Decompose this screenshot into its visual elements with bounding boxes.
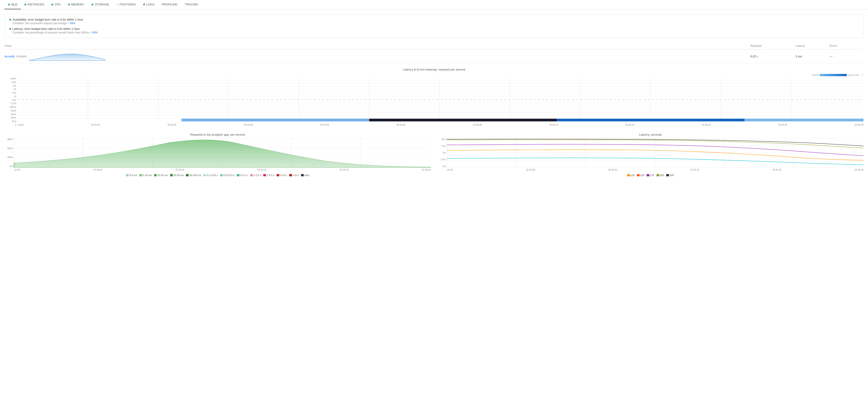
y-5ms: 5ms — [4, 120, 16, 123]
legend-color-p99 — [666, 174, 669, 176]
x-023440: 02:34:40 — [91, 124, 100, 126]
client-link[interactable]: ferretdb — [4, 55, 15, 58]
nav-tab-dot-cpu — [51, 4, 53, 5]
y-0m-req: 0m — [4, 165, 13, 167]
slo-panel: Availability: error budget burn rate is … — [4, 14, 864, 38]
requests-legend: 0-5 ms 5-10 ms 10-25 ms 25-50 ms 50-100 … — [4, 174, 431, 177]
heatmap-x-axis: Jul 03 02:34:40 02:34:45 02:34:50 02:34:… — [18, 124, 864, 126]
legend-0p5-1s: 0.5-1 s — [237, 174, 248, 177]
y-5m: 5m — [437, 152, 446, 154]
legend-total: total — [301, 174, 309, 177]
legend-min: 0.07/s — [812, 74, 819, 76]
legend-color-p50 — [637, 174, 640, 176]
y-0m-lat: 0m — [437, 165, 446, 167]
slo-availability: Availability: error budget burn rate is … — [9, 18, 859, 25]
requests-chart-area: 300m 200m 100m 0m — [4, 138, 431, 172]
y-gt10s: >10s — [4, 81, 16, 84]
nav-tab-label-memory: MEMORY — [71, 3, 84, 6]
rx-023510: 02:35:10 — [257, 169, 267, 171]
svg-rect-26 — [557, 119, 745, 121]
legend-color-5-10s — [277, 174, 279, 176]
y-10m: 10m — [437, 138, 446, 140]
heatmap-settings-icon[interactable]: ⬡ — [861, 73, 864, 76]
nav-tab-memory[interactable]: MEMORY — [64, 0, 88, 9]
legend-color-0p25-0p5s — [220, 174, 223, 176]
lx-023520: 02:35:20 — [773, 169, 781, 171]
latency-y-axis: 10m 7.5m 5m 2.5m 0m — [437, 138, 447, 172]
legend-0p1-0p25s: 0.1-0.25 s — [203, 174, 218, 177]
slo-availability-dot — [9, 19, 11, 21]
svg-rect-25 — [369, 119, 557, 121]
legend-0-5ms: 0-5 ms — [126, 174, 137, 177]
legend-p75: p75 — [647, 174, 654, 177]
nav-tab-profiling[interactable]: PROFILING — [158, 0, 181, 9]
lx-023510: 02:35:10 — [690, 169, 699, 171]
x-jul03: Jul 03 — [18, 124, 24, 126]
nav-tab-logs[interactable]: LOGS — [140, 0, 158, 9]
y-0p25s: 0.25s — [4, 102, 16, 105]
x-023455: 02:34:55 — [320, 124, 329, 126]
lx-jul03: Jul 03 — [447, 169, 453, 171]
legend-5-10s: 5-10 s — [277, 174, 287, 177]
errors-cell: — — [830, 55, 864, 58]
client-cell: ferretdb postgres — [4, 52, 750, 61]
nav-tab-instances[interactable]: INSTANCES — [21, 0, 48, 9]
nav-tab-dot-storage — [92, 4, 93, 5]
latency-x-axis: Jul 03 02:34:50 02:35:00 02:35:10 02:35:… — [447, 169, 864, 171]
slo-latency-dot — [9, 28, 11, 30]
col-client: Client — [4, 44, 750, 48]
nav-tab-storage[interactable]: STORAGE — [88, 0, 113, 9]
nav-tab-label-slo: SLO — [11, 3, 17, 6]
legend-color-0p1-0p25s — [203, 174, 206, 176]
nav-tab-postgres[interactable]: POSTGRES — [113, 0, 140, 9]
legend-p95: p95 — [656, 174, 664, 177]
latency-svg-container: Jul 03 02:34:50 02:35:00 02:35:10 02:35:… — [447, 138, 864, 172]
x-023520: 02:35:20 — [702, 124, 711, 126]
slo-latency-condition: Condition: the percentage of requests se… — [9, 31, 859, 34]
nav-tab-label-profiling: PROFILING — [162, 3, 178, 6]
nav-tabs: SLOINSTANCESCPUMEMORYSTORAGEPOSTGRESLOGS… — [0, 0, 868, 9]
heatmap-section: Latency & Errors heatmap, requests per s… — [4, 68, 864, 126]
slo-latency-link[interactable]: 99% — [92, 31, 98, 34]
legend-color-0p5-1s — [237, 174, 240, 176]
nav-tab-dot-slo — [8, 4, 10, 5]
requests-svg-container: Jul 03 02:34:50 02:35:00 02:35:10 02:35:… — [14, 138, 431, 172]
client-sub: postgres — [17, 55, 27, 58]
slo-latency-title: Latency: error budget burn rate is 0.0x … — [12, 27, 80, 31]
y-200m: 200m — [4, 147, 13, 150]
col-latency: Latency — [796, 44, 830, 48]
nav-tab-dot-instances — [24, 4, 26, 5]
nav-tab-dot-logs — [143, 4, 145, 5]
requests-svg — [14, 138, 431, 167]
legend-p99: p99 — [666, 174, 674, 177]
nav-tab-label-storage: STORAGE — [95, 3, 109, 6]
lx-023450: 02:34:50 — [526, 169, 535, 171]
heatmap-svg — [18, 77, 864, 123]
legend-color-0-5ms — [126, 174, 129, 176]
lx-023500: 02:35:00 — [608, 169, 617, 171]
slo-availability-condition: Condition: the successful request percen… — [9, 22, 859, 25]
y-1s: 1s — [4, 95, 16, 98]
y-25ms: 25ms — [4, 113, 16, 116]
x-023525: 02:35:25 — [778, 124, 787, 126]
legend-1-2p5s: 1-2.5 s — [250, 174, 261, 177]
y-0p5s: 0.5s — [4, 99, 16, 101]
legend-gradient-bar — [819, 74, 847, 76]
y-5s: 5s — [4, 88, 16, 90]
lx-023530: 02:35:30 — [855, 169, 864, 171]
rx-jul03: Jul 03 — [14, 169, 20, 171]
latency-chart-area: 10m 7.5m 5m 2.5m 0m — [437, 138, 864, 172]
nav-tab-slo[interactable]: SLO — [4, 0, 21, 9]
rx-023500: 02:35:00 — [176, 169, 184, 171]
legend-color-2p5-5s — [263, 174, 266, 176]
slo-availability-link[interactable]: 99% — [70, 22, 75, 25]
latency-svg — [447, 138, 864, 167]
nav-tab-tracing[interactable]: TRACING — [181, 0, 202, 9]
requests-x-axis: Jul 03 02:34:50 02:35:00 02:35:10 02:35:… — [14, 169, 431, 171]
legend-color-p25 — [627, 174, 630, 176]
rx-023520: 02:35:20 — [340, 169, 348, 171]
col-requests: Requests — [750, 44, 796, 48]
nav-tab-cpu[interactable]: CPU — [48, 0, 64, 9]
bottom-charts: Requests to the postgres app, per second… — [4, 133, 864, 177]
rx-023450: 02:34:50 — [93, 169, 102, 171]
